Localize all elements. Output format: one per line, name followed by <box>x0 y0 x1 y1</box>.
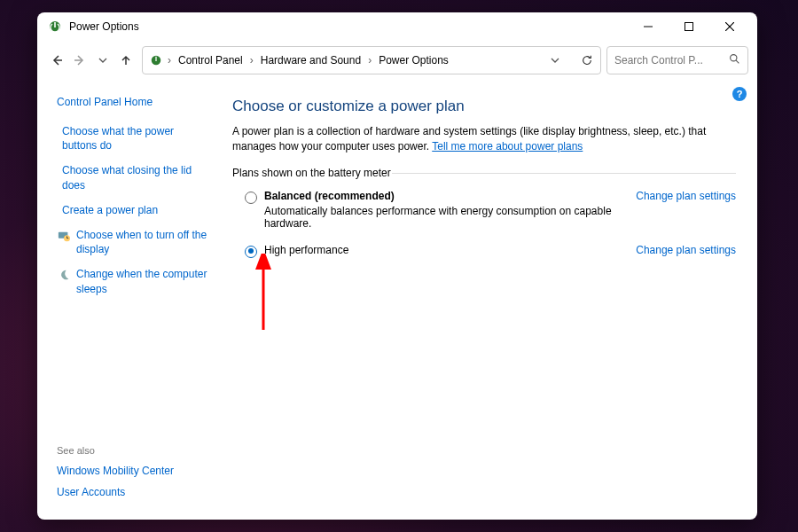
sidebar-item-label: Choose what the power buttons do <box>62 124 211 153</box>
chevron-down-icon[interactable] <box>547 52 563 68</box>
page-description: A power plan is a collection of hardware… <box>232 124 736 154</box>
maximize-button[interactable] <box>669 12 709 41</box>
navbar: › Control Panel › Hardware and Sound › P… <box>37 41 757 80</box>
back-button[interactable] <box>46 50 67 71</box>
sidebar-item-label: Change when the computer sleeps <box>76 267 211 295</box>
plan-balanced[interactable]: Balanced (recommended) Automatically bal… <box>232 188 736 242</box>
svg-point-8 <box>731 55 737 61</box>
control-panel-window: Power Options <box>37 12 757 520</box>
plan-description: Automatically balances performance with … <box>264 205 627 230</box>
breadcrumb-item[interactable]: Hardware and Sound <box>257 52 364 68</box>
breadcrumb-item[interactable]: Control Panel <box>175 52 246 68</box>
refresh-icon[interactable] <box>579 52 595 68</box>
search-icon[interactable] <box>729 53 740 67</box>
power-options-icon <box>148 52 164 68</box>
chevron-right-icon: › <box>368 54 372 66</box>
power-options-icon <box>48 20 62 34</box>
radio-balanced[interactable] <box>245 192 257 204</box>
sidebar-item-create-plan[interactable]: Create a power plan <box>57 203 211 217</box>
plan-high-performance[interactable]: High performance Change plan settings <box>232 242 736 270</box>
search-input[interactable] <box>614 54 724 66</box>
sidebar-item-turn-off-display[interactable]: Choose when to turn off the display <box>57 228 211 256</box>
see-also-header: See also <box>57 445 211 456</box>
plan-name: High performance <box>264 244 627 256</box>
window-title: Power Options <box>69 20 139 33</box>
close-button[interactable] <box>709 12 750 41</box>
sidebar-item-closing-lid[interactable]: Choose what closing the lid does <box>57 163 211 192</box>
svg-line-9 <box>736 60 739 63</box>
search-box[interactable] <box>606 46 748 74</box>
chevron-right-icon: › <box>168 54 171 66</box>
content-body: ? Control Panel Home Choose what the pow… <box>37 80 757 520</box>
plans-group-label: Plans shown on the battery meter <box>232 167 736 179</box>
forward-button[interactable] <box>69 50 90 71</box>
change-plan-settings-link[interactable]: Change plan settings <box>636 190 736 202</box>
chevron-right-icon: › <box>250 54 254 66</box>
control-panel-home-link[interactable]: Control Panel Home <box>57 96 211 108</box>
plan-name: Balanced (recommended) <box>264 190 627 202</box>
sidebar-item-power-buttons[interactable]: Choose what the power buttons do <box>57 124 211 153</box>
svg-rect-2 <box>685 23 693 31</box>
address-bar[interactable]: › Control Panel › Hardware and Sound › P… <box>142 46 601 74</box>
see-also-mobility-center[interactable]: Windows Mobility Center <box>57 465 211 477</box>
breadcrumb-item[interactable]: Power Options <box>375 52 452 68</box>
sidebar-item-label: Choose when to turn off the display <box>76 228 211 256</box>
sidebar-item-label: Create a power plan <box>62 203 158 217</box>
change-plan-settings-link[interactable]: Change plan settings <box>636 244 736 256</box>
learn-more-link[interactable]: Tell me more about power plans <box>432 140 583 153</box>
sidebar: Control Panel Home Choose what the power… <box>37 80 223 520</box>
main-panel: Choose or customize a power plan A power… <box>223 80 757 520</box>
help-icon[interactable]: ? <box>732 87 747 101</box>
up-button[interactable] <box>115 50 137 71</box>
display-timer-icon <box>57 229 71 243</box>
recent-dropdown-button[interactable] <box>92 50 113 71</box>
sidebar-item-computer-sleeps[interactable]: Change when the computer sleeps <box>57 267 211 295</box>
page-heading: Choose or customize a power plan <box>232 98 736 115</box>
moon-icon <box>57 268 71 282</box>
titlebar: Power Options <box>37 12 757 41</box>
see-also-user-accounts[interactable]: User Accounts <box>57 486 211 498</box>
sidebar-item-label: Choose what closing the lid does <box>62 163 211 192</box>
radio-high-performance[interactable] <box>245 246 257 258</box>
minimize-button[interactable] <box>628 12 669 41</box>
